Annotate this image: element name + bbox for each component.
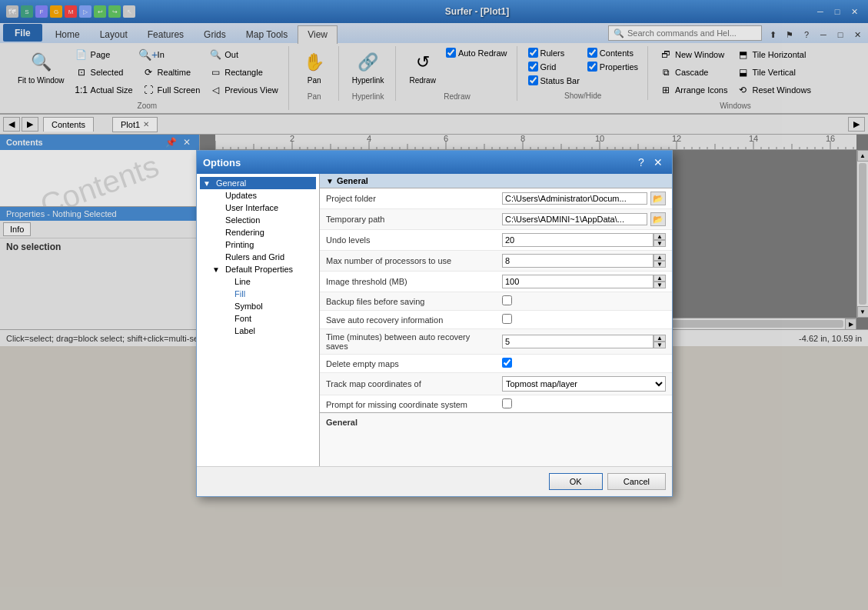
dialog-tree: ▼ General Updates User Interface Selecti… <box>197 174 320 466</box>
table-row: Time (minutes) between auto recovery sav… <box>320 329 672 355</box>
tree-item-label[interactable]: Label <box>200 325 316 337</box>
field-value-prompt-coord <box>496 395 672 413</box>
undo-levels-input[interactable] <box>502 233 653 247</box>
image-threshold-spin: ▲ ▼ <box>502 275 666 288</box>
table-row: Prompt for missing coordinate system <box>320 395 672 413</box>
image-threshold-spin-up[interactable]: ▲ <box>653 275 666 282</box>
dialog-main: ▼ General Project folder 📂 <box>320 174 672 466</box>
tree-label-general: General <box>216 178 246 188</box>
max-processors-spin-up[interactable]: ▲ <box>653 254 666 261</box>
options-dialog: Options ? ✕ ▼ General Updates User Int <box>196 150 673 497</box>
tree-label-rendering: Rendering <box>225 228 264 237</box>
temp-path-cell: 📂 <box>502 212 666 226</box>
dialog-title-text: Options <box>203 157 241 168</box>
delete-empty-maps-checkbox[interactable] <box>502 358 512 368</box>
options-table: Project folder 📂 Temporary path <box>320 188 672 412</box>
field-value-track-coords: Topmost map/layer Selected layer <box>496 373 672 395</box>
field-value-backup-files <box>496 292 672 311</box>
cancel-button[interactable]: Cancel <box>607 473 666 490</box>
temp-path-input[interactable] <box>502 213 647 225</box>
field-label-temp-path: Temporary path <box>320 209 496 230</box>
project-folder-input[interactable] <box>502 192 647 205</box>
undo-levels-spin-btns: ▲ ▼ <box>653 233 666 247</box>
field-value-max-processors: ▲ ▼ <box>496 251 672 272</box>
tree-item-updates[interactable]: Updates <box>200 189 316 202</box>
field-value-delete-empty-maps <box>496 355 672 373</box>
field-label-max-processors: Max number of processors to use <box>320 251 496 272</box>
dialog-overlay: Options ? ✕ ▼ General Updates User Int <box>0 0 868 610</box>
dialog-title-buttons: ? ✕ <box>634 155 666 169</box>
tree-item-rendering[interactable]: Rendering <box>200 226 316 238</box>
tree-label-selection: Selection <box>225 215 260 225</box>
undo-levels-spin-down[interactable]: ▼ <box>653 240 666 247</box>
field-label-backup-files: Backup files before saving <box>320 292 496 311</box>
tree-item-general[interactable]: ▼ General <box>200 177 316 189</box>
dialog-section-header: ▼ General <box>320 174 672 188</box>
dialog-footer: OK Cancel <box>197 466 672 496</box>
table-row: Track map coordinates of Topmost map/lay… <box>320 373 672 395</box>
field-label-track-coords: Track map coordinates of <box>320 373 496 395</box>
tree-label-font: Font <box>234 314 251 323</box>
dialog-close-button[interactable]: ✕ <box>650 155 666 169</box>
image-threshold-spin-btns: ▲ ▼ <box>653 275 666 288</box>
tree-item-symbol[interactable]: Symbol <box>200 300 316 312</box>
tree-expand-general: ▼ <box>203 179 214 188</box>
recovery-time-spin-up[interactable]: ▲ <box>653 335 666 342</box>
field-value-image-threshold: ▲ ▼ <box>496 272 672 292</box>
auto-recovery-checkbox[interactable] <box>502 314 512 324</box>
dialog-body: ▼ General Updates User Interface Selecti… <box>197 174 672 466</box>
field-label-prompt-coord: Prompt for missing coordinate system <box>320 395 496 413</box>
section-title: General <box>337 176 368 185</box>
tree-item-printing[interactable]: Printing <box>200 238 316 251</box>
tree-item-default-props[interactable]: ▼ Default Properties <box>200 263 316 275</box>
tree-item-userinterface[interactable]: User Interface <box>200 202 316 214</box>
section-expand-icon[interactable]: ▼ <box>326 177 334 185</box>
field-label-project-folder: Project folder <box>320 188 496 209</box>
field-label-auto-recovery: Save auto recovery information <box>320 311 496 329</box>
field-value-project-folder: 📂 <box>496 188 672 209</box>
field-label-delete-empty-maps: Delete empty maps <box>320 355 496 373</box>
backup-files-checkbox[interactable] <box>502 295 512 305</box>
prompt-coord-checkbox[interactable] <box>502 398 512 408</box>
tree-item-selection[interactable]: Selection <box>200 214 316 226</box>
tree-item-rulers[interactable]: Rulers and Grid <box>200 251 316 263</box>
project-folder-cell: 📂 <box>502 192 666 205</box>
max-processors-spin: ▲ ▼ <box>502 254 666 268</box>
dialog-desc-header: General <box>326 418 666 427</box>
tree-item-line[interactable]: Line <box>200 275 316 288</box>
field-label-recovery-time: Time (minutes) between auto recovery sav… <box>320 329 496 355</box>
tree-item-font[interactable]: Font <box>200 312 316 325</box>
track-coords-select[interactable]: Topmost map/layer Selected layer <box>502 376 666 392</box>
tree-label-line: Line <box>234 277 251 286</box>
table-row: Temporary path 📂 <box>320 209 672 230</box>
recovery-time-spin-down[interactable]: ▼ <box>653 342 666 348</box>
field-value-auto-recovery <box>496 311 672 329</box>
tree-label-symbol: Symbol <box>234 302 263 311</box>
table-row: Save auto recovery information <box>320 311 672 329</box>
tree-label-updates: Updates <box>225 191 257 200</box>
dialog-title-bar: Options ? ✕ <box>197 151 672 174</box>
project-folder-browse[interactable]: 📂 <box>650 192 666 205</box>
recovery-time-spin-btns: ▲ ▼ <box>653 335 666 348</box>
table-row: Image threshold (MB) ▲ ▼ <box>320 272 672 292</box>
undo-levels-spin-up[interactable]: ▲ <box>653 233 666 240</box>
tree-label-printing: Printing <box>225 240 254 249</box>
max-processors-input[interactable] <box>502 254 653 268</box>
temp-path-browse[interactable]: 📂 <box>650 212 666 226</box>
field-label-image-threshold: Image threshold (MB) <box>320 272 496 292</box>
image-threshold-input[interactable] <box>502 275 653 288</box>
tree-item-fill[interactable]: Fill <box>200 288 316 300</box>
max-processors-spin-btns: ▲ ▼ <box>653 254 666 268</box>
max-processors-spin-down[interactable]: ▼ <box>653 261 666 268</box>
table-row: Delete empty maps <box>320 355 672 373</box>
recovery-time-spin: ▲ ▼ <box>502 335 666 348</box>
image-threshold-spin-down[interactable]: ▼ <box>653 282 666 288</box>
dialog-table: Project folder 📂 Temporary path <box>320 188 672 412</box>
field-label-undo-levels: Undo levels <box>320 230 496 251</box>
recovery-time-input[interactable] <box>502 335 653 348</box>
tree-label-ui: User Interface <box>225 203 278 212</box>
tree-label-fill: Fill <box>234 289 245 298</box>
table-row: Max number of processors to use ▲ ▼ <box>320 251 672 272</box>
dialog-help-button[interactable]: ? <box>634 155 649 169</box>
ok-button[interactable]: OK <box>549 473 603 490</box>
